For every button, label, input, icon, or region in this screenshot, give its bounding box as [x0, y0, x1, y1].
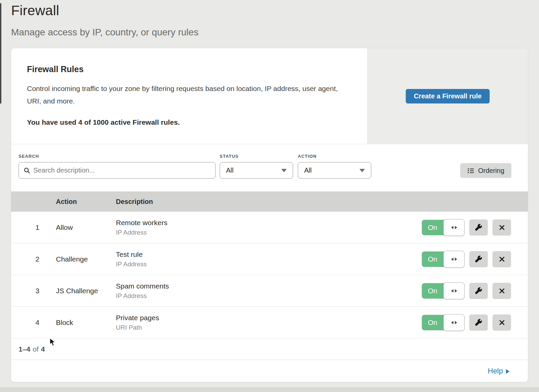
rule-priority: 4: [30, 319, 45, 327]
pagination-range: 1–4: [19, 345, 30, 353]
rule-priority: 1: [30, 223, 45, 232]
rule-description: Private pages: [116, 314, 159, 322]
window-bottom-edge: [0, 387, 539, 392]
help-link[interactable]: Help: [488, 367, 509, 375]
page-title: Firewall: [11, 3, 59, 19]
drag-arrows-icon[interactable]: [443, 314, 465, 331]
ordering-button-label: Ordering: [478, 167, 504, 175]
chevron-down-icon: [359, 169, 365, 172]
edit-rule-button[interactable]: [469, 314, 488, 331]
firewall-rules-usage: You have used 4 of 1000 active Firewall …: [27, 118, 350, 126]
close-icon: [499, 319, 505, 326]
rule-match-type: IP Address: [116, 292, 169, 300]
rule-enabled-toggle[interactable]: On: [422, 283, 464, 299]
table-row: 2 Challenge Test rule IP Address On: [11, 243, 528, 275]
search-icon: [24, 167, 30, 174]
search-input[interactable]: [33, 167, 211, 174]
firewall-rules-heading: Firewall Rules: [27, 64, 350, 74]
close-icon: [499, 224, 505, 231]
rule-enabled-toggle[interactable]: On: [422, 251, 464, 267]
chevron-right-icon: [506, 369, 509, 374]
delete-rule-button[interactable]: [493, 251, 511, 267]
pagination-row: 1–4 of 4: [11, 338, 528, 360]
delete-rule-button[interactable]: [493, 314, 511, 331]
page-subtitle: Manage access by IP, country, or query r…: [11, 27, 198, 38]
rule-priority: 2: [30, 255, 45, 263]
close-icon: [499, 256, 505, 263]
rule-match-type: URI Path: [116, 324, 159, 331]
table-header: Action Description: [11, 191, 528, 212]
status-select-value: All: [226, 167, 233, 174]
rule-description: Remote workers: [116, 219, 167, 227]
window-left-edge: [0, 3, 1, 103]
search-box[interactable]: [19, 162, 216, 179]
search-label: SEARCH: [19, 154, 39, 159]
status-select[interactable]: All: [220, 162, 293, 179]
edit-rule-button[interactable]: [469, 219, 488, 236]
rule-action: Block: [56, 319, 73, 327]
table-row: 4 Block Private pages URI Path On: [11, 307, 528, 338]
help-link-label: Help: [488, 367, 503, 375]
rule-description: Test rule: [116, 250, 147, 259]
table-row: 1 Allow Remote workers IP Address On: [11, 212, 528, 243]
drag-arrows-icon[interactable]: [443, 251, 465, 268]
table-row: 3 JS Challenge Spam comments IP Address …: [11, 275, 528, 307]
wrench-icon: [475, 255, 482, 263]
toggle-on-label: On: [422, 283, 443, 299]
close-icon: [499, 288, 505, 294]
column-header-action: Action: [56, 191, 77, 212]
chevron-down-icon: [281, 169, 287, 172]
rule-enabled-toggle[interactable]: On: [422, 315, 464, 330]
toggle-on-label: On: [422, 251, 443, 267]
column-header-description: Description: [116, 191, 153, 212]
wrench-icon: [475, 319, 482, 326]
ordering-button[interactable]: Ordering: [460, 163, 511, 178]
action-label: ACTION: [298, 154, 317, 159]
rule-action: JS Challenge: [56, 287, 98, 295]
rule-match-type: IP Address: [116, 229, 167, 236]
action-select[interactable]: All: [298, 162, 371, 179]
create-firewall-rule-button[interactable]: Create a Firewall rule: [406, 89, 489, 103]
toggle-on-label: On: [422, 315, 443, 330]
firewall-rules-description: Control incoming traffic to your zone by…: [27, 82, 345, 107]
rule-action: Allow: [56, 223, 73, 232]
help-row: Help: [11, 360, 528, 382]
drag-arrows-icon[interactable]: [443, 282, 465, 299]
toggle-on-label: On: [422, 220, 443, 235]
firewall-panel: Create a Firewall rule Firewall Rules Co…: [11, 48, 528, 382]
rule-enabled-toggle[interactable]: On: [422, 220, 464, 235]
action-select-value: All: [304, 167, 312, 174]
list-icon: [467, 167, 474, 174]
delete-rule-button[interactable]: [493, 283, 511, 299]
rule-match-type: IP Address: [116, 261, 147, 268]
status-label: STATUS: [220, 154, 239, 159]
rule-priority: 3: [30, 287, 45, 295]
rule-description: Spam comments: [116, 282, 169, 290]
pagination-total: 4: [41, 345, 45, 353]
edit-rule-button[interactable]: [469, 251, 488, 267]
drag-arrows-icon[interactable]: [443, 219, 465, 236]
create-rule-panel: Create a Firewall rule: [367, 48, 528, 144]
edit-rule-button[interactable]: [469, 283, 488, 299]
pagination-of: of: [33, 345, 39, 353]
rules-table-body: 1 Allow Remote workers IP Address On: [11, 212, 528, 338]
delete-rule-button[interactable]: [493, 219, 511, 236]
wrench-icon: [475, 223, 482, 231]
rule-action: Challenge: [56, 255, 88, 263]
firewall-rules-intro-section: Create a Firewall rule Firewall Rules Co…: [11, 48, 528, 144]
wrench-icon: [475, 287, 482, 295]
